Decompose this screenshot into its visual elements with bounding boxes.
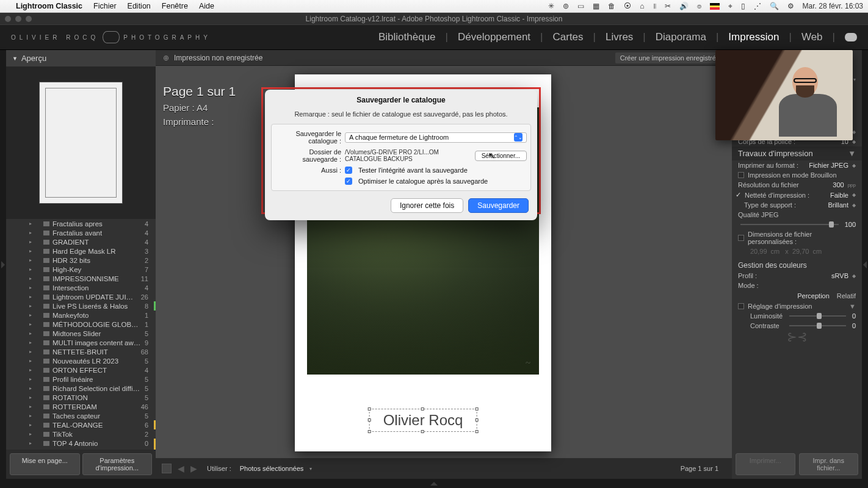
module-web[interactable]: Web <box>801 31 823 43</box>
left-panel-toggle[interactable] <box>0 50 6 479</box>
backup-now-button[interactable]: Sauvegarder <box>468 198 529 213</box>
dim-height[interactable]: 29,70 <box>792 248 809 255</box>
collection-item[interactable]: ▸ROTTERDAM46 <box>6 402 156 411</box>
flag-icon[interactable] <box>710 3 720 10</box>
collection-item[interactable]: ▸TOP 4 Antonio0 <box>6 439 156 448</box>
contrast-slider[interactable] <box>789 325 846 326</box>
right-panel-toggle[interactable] <box>862 50 868 479</box>
status-icon[interactable]: 🗑 <box>608 2 615 10</box>
resolution-value[interactable]: 300 <box>833 181 844 188</box>
collection-item[interactable]: ▸Taches capteur5 <box>6 411 156 420</box>
volume-icon[interactable]: 🔊 <box>679 2 689 10</box>
toolbar-square-button[interactable] <box>162 464 172 473</box>
next-page-button[interactable]: ▶ <box>190 464 197 473</box>
brightness-slider[interactable] <box>789 315 846 317</box>
identity-plate[interactable]: OLIVIER ROCQ PHOTOGRAPHY <box>11 31 211 43</box>
optimize-checkbox[interactable]: ✓ <box>345 178 352 185</box>
identity-text-box[interactable]: Olivier Rocq <box>369 409 477 432</box>
collection-item[interactable]: ▸Richard Selection ciel difficile5 <box>6 384 156 393</box>
collection-item[interactable]: ▸High-Key7 <box>6 265 156 274</box>
mode-perception[interactable]: Perception <box>797 292 830 300</box>
bluetooth-icon[interactable]: ⌖ <box>728 2 732 10</box>
status-icon[interactable]: ▭ <box>577 2 584 10</box>
collection-item[interactable]: ▸Midtones Slider5 <box>6 329 156 338</box>
collection-item[interactable]: ▸Fractalius apres4 <box>6 219 156 228</box>
window-close-button[interactable] <box>5 16 11 22</box>
wifi-icon[interactable]: ⋰ <box>754 2 761 10</box>
app-menu[interactable]: Lightroom Classic <box>16 2 82 10</box>
collection-item[interactable]: ▸HDR 32 bits2 <box>6 256 156 265</box>
module-map[interactable]: Cartes <box>553 31 584 43</box>
status-icon[interactable]: ⊚ <box>563 2 569 10</box>
collection-item[interactable]: ▸TOP 4 Olivier1 <box>6 448 156 450</box>
print-job-header[interactable]: Travaux d'impression <box>738 149 813 158</box>
page-setup-button[interactable]: Mise en page... <box>10 453 80 475</box>
collection-item[interactable]: ▸TikTok2 <box>6 429 156 439</box>
module-book[interactable]: Livres <box>606 31 633 43</box>
window-minimize-button[interactable] <box>15 16 21 22</box>
collection-item[interactable]: ▸Hard Edge Mask LR3 <box>6 246 156 256</box>
profile-dropdown[interactable]: sRVB <box>831 272 848 279</box>
print-to-file-button[interactable]: Impr. dans fichier... <box>799 453 859 475</box>
collection-item[interactable]: ▸Profil linéaire5 <box>6 375 156 384</box>
module-develop[interactable]: Développement <box>458 31 530 43</box>
status-icon[interactable]: ✳ <box>548 2 554 10</box>
saved-print-toggle[interactable]: ⊕ <box>163 54 169 62</box>
menu-edit[interactable]: Edition <box>128 2 151 10</box>
menu-window[interactable]: Fenêtre <box>162 2 188 10</box>
choose-folder-button[interactable]: Sélectionner... <box>475 151 527 161</box>
menu-file[interactable]: Fichier <box>93 2 117 10</box>
module-slideshow[interactable]: Diaporama <box>656 31 706 43</box>
collection-item[interactable]: ▸Nouveautés LR 20235 <box>6 356 156 365</box>
filmstrip-toggle[interactable] <box>0 479 868 488</box>
status-icon[interactable]: ⌾ <box>697 2 701 10</box>
backup-frequency-dropdown[interactable]: A chaque fermeture de Lightroom⌃⌄ <box>345 132 527 143</box>
preview-panel-header[interactable]: ▼Aperçu <box>6 50 156 66</box>
sharpening-dropdown[interactable]: Faible <box>830 192 848 199</box>
menu-help[interactable]: Aide <box>199 2 214 10</box>
battery-icon[interactable]: ▯ <box>741 2 745 10</box>
test-integrity-checkbox[interactable]: ✓ <box>345 167 352 174</box>
checkbox[interactable] <box>738 235 744 241</box>
collection-item[interactable]: ▸ROTATION5 <box>6 393 156 402</box>
use-dropdown[interactable]: Photos sélectionnées <box>240 465 304 472</box>
collection-item[interactable]: ▸Mankeyfoto1 <box>6 310 156 320</box>
cloud-sync-icon[interactable] <box>845 33 857 41</box>
status-icon[interactable]: ⦿ <box>624 2 631 10</box>
jpeg-quality-slider[interactable] <box>740 224 839 225</box>
skip-backup-button[interactable]: Ignorer cette fois <box>391 198 463 213</box>
status-icon[interactable]: ⌂ <box>640 2 644 10</box>
print-button[interactable]: Imprimer... <box>736 453 795 475</box>
collection-item[interactable]: ▸Live PS Liserés & Halos8 <box>6 301 156 310</box>
module-library[interactable]: Bibliothèque <box>378 31 436 43</box>
checkbox[interactable] <box>738 303 744 309</box>
collection-item[interactable]: ▸MULTI images content aware9 <box>6 338 156 347</box>
collection-item[interactable]: ▸Fractalius avant4 <box>6 228 156 237</box>
collection-item[interactable]: ▸Lightroom UPDATE JUIN 20...26 <box>6 292 156 301</box>
dim-width[interactable]: 20,99 <box>750 248 767 255</box>
prev-page-button[interactable]: ◀ <box>178 464 184 473</box>
module-print[interactable]: Impression <box>728 31 779 43</box>
checkbox[interactable] <box>738 172 744 178</box>
print-settings-button[interactable]: Paramètres d'impression... <box>82 453 153 475</box>
collection-item[interactable]: ▸ORTON EFFECT4 <box>6 365 156 375</box>
print-as-dropdown[interactable]: Fichier JPEG <box>809 162 848 169</box>
status-icon[interactable]: ▦ <box>593 2 599 10</box>
collection-item[interactable]: ▸Intersection4 <box>6 283 156 292</box>
collection-item[interactable]: ▸IMPRESSIONNISME11 <box>6 274 156 283</box>
collection-item[interactable]: ▸MÉTHODOLOGIE GLOBALE1 <box>6 320 156 329</box>
search-icon[interactable]: 🔍 <box>770 2 779 10</box>
collection-item[interactable]: ▸NETTETE-BRUIT68 <box>6 347 156 356</box>
status-icon[interactable]: ✂ <box>665 2 671 10</box>
media-type-dropdown[interactable]: Brillant <box>828 201 848 209</box>
backup-folder-path: /Volumes/G-DRIVE PRO 2/LI...OM CATALOGUE… <box>345 149 471 162</box>
jpeg-quality-value[interactable]: 100 <box>845 221 856 228</box>
collection-item[interactable]: ▸GRADIENT4 <box>6 237 156 246</box>
mode-relatif[interactable]: Relatif <box>837 292 856 300</box>
status-icon[interactable]: ⫴ <box>653 2 656 10</box>
window-zoom-button[interactable] <box>26 16 32 22</box>
control-center-icon[interactable]: ⚙ <box>787 2 794 10</box>
identity-text: Olivier Rocq <box>383 412 463 428</box>
collection-item[interactable]: ▸TEAL-ORANGE6 <box>6 420 156 429</box>
create-saved-print-button[interactable]: Créer une impression enregistrée <box>615 52 725 63</box>
